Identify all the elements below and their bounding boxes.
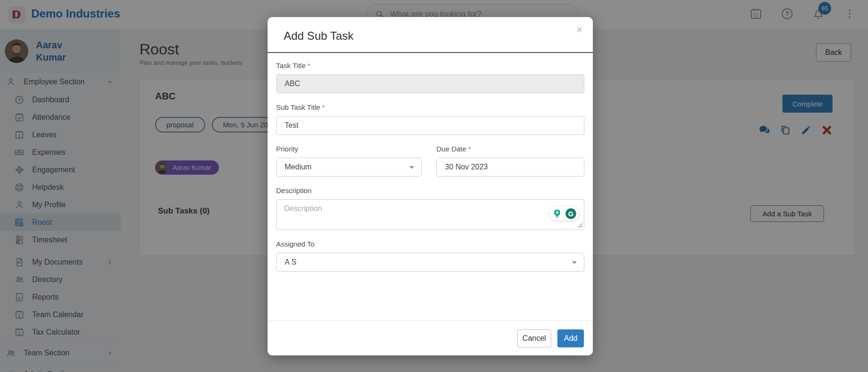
description-label: Description — [276, 186, 584, 195]
modal-footer: Cancel Add — [268, 320, 593, 355]
add-button[interactable]: Add — [557, 329, 584, 347]
grammarly-g-icon: G — [564, 207, 577, 220]
description-textarea[interactable] — [276, 199, 584, 230]
add-subtask-modal: Add Sub Task × Task Title* Sub Task Titl… — [268, 17, 593, 355]
assigned-to-select[interactable]: A S — [276, 253, 584, 272]
priority-label: Priority — [276, 145, 422, 153]
modal-header: Add Sub Task × — [268, 17, 593, 53]
cancel-button[interactable]: Cancel — [517, 329, 551, 347]
due-date-input[interactable] — [436, 158, 584, 177]
due-date-label: Due Date* — [436, 145, 584, 153]
chevron-down-icon — [572, 261, 577, 264]
task-title-input — [276, 74, 584, 93]
assigned-to-label: Assigned To — [276, 240, 584, 248]
modal-title: Add Sub Task — [284, 29, 354, 42]
sub-task-title-input[interactable] — [276, 116, 584, 135]
chevron-down-icon — [409, 166, 414, 169]
sub-task-title-label: Sub Task Title* — [276, 103, 584, 111]
required-asterisk: * — [308, 62, 311, 70]
priority-select[interactable]: Medium — [276, 158, 422, 177]
grammarly-widget[interactable]: G — [549, 206, 580, 221]
required-asterisk: * — [468, 145, 471, 153]
required-asterisk: * — [322, 103, 325, 111]
close-icon[interactable]: × — [576, 25, 582, 35]
task-title-label: Task Title* — [276, 62, 584, 70]
suggestion-bulb-icon — [551, 208, 563, 220]
svg-text:G: G — [568, 210, 573, 217]
resize-handle[interactable] — [578, 223, 583, 228]
